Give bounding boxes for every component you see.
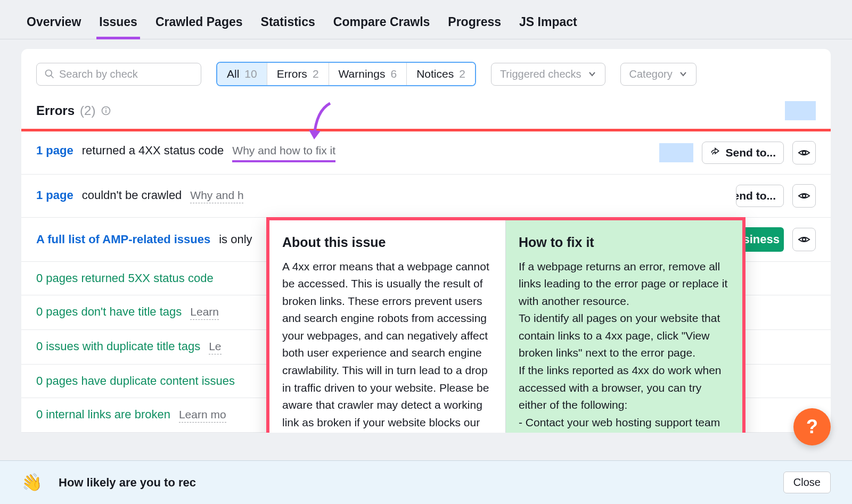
issue-text: couldn't be crawled (82, 188, 182, 202)
highlight-bar (785, 101, 816, 120)
about-column: About this issue A 4xx error means that … (269, 220, 506, 433)
issue-text: is only (219, 233, 252, 246)
issue-link[interactable]: 1 page (36, 188, 73, 202)
send-to-button[interactable]: Send to... (702, 142, 784, 164)
issue-tooltip: About this issue A 4xx error means that … (266, 217, 746, 433)
tab-progress[interactable]: Progress (443, 10, 506, 39)
section-title: Errors (36, 103, 75, 118)
main-tabs: Overview Issues Crawled Pages Statistics… (0, 0, 852, 39)
tab-js-impact[interactable]: JS Impact (514, 10, 583, 39)
fix-title: How to fix it (519, 232, 730, 253)
search-placeholder: Search by check (59, 68, 138, 80)
section-header: Errors (2) (21, 96, 831, 129)
filter-all[interactable]: All 10 (217, 63, 267, 85)
svg-line-1 (51, 76, 54, 78)
search-input[interactable]: Search by check (36, 63, 201, 86)
triggered-checks-dropdown[interactable]: Triggered checks (491, 63, 605, 86)
issue-link[interactable]: 0 pages returned 5XX status code (36, 271, 214, 285)
tab-compare-crawls[interactable]: Compare Crawls (328, 10, 436, 39)
row-highlight (659, 143, 693, 162)
issue-link[interactable]: A full list of AMP-related issues (36, 233, 210, 246)
filter-notices[interactable]: Notices 2 (407, 63, 475, 85)
tab-overview[interactable]: Overview (21, 10, 86, 39)
send-to-button[interactable]: Send to... (736, 185, 784, 207)
filter-errors[interactable]: Errors 2 (267, 63, 329, 85)
filters-row: Search by check All 10 Errors 2 Warnings… (21, 62, 831, 96)
fix-column: How to fix it If a webpage returns an er… (506, 220, 742, 433)
share-arrow-icon (710, 147, 720, 158)
why-link[interactable]: Learn mo (179, 408, 226, 423)
preview-button[interactable] (792, 141, 816, 164)
about-title: About this issue (282, 232, 493, 253)
filter-group: All 10 Errors 2 Warnings 6 Notices 2 (216, 62, 476, 86)
section-count: (2) (80, 103, 95, 118)
issue-row[interactable]: 1 page returned a 4XX status code Why an… (21, 131, 831, 175)
preview-button[interactable] (792, 228, 816, 251)
why-link[interactable]: Why and how to fix it (190, 189, 243, 203)
tab-issues[interactable]: Issues (94, 10, 143, 39)
issue-link[interactable]: 0 pages don't have title tags (36, 305, 182, 319)
eye-icon (798, 146, 810, 159)
svg-point-5 (802, 151, 806, 154)
issue-link[interactable]: 0 issues with duplicate title tags (36, 340, 200, 353)
svg-rect-4 (106, 108, 107, 109)
tab-statistics[interactable]: Statistics (256, 10, 321, 39)
svg-point-7 (802, 238, 806, 241)
about-body: A 4xx error means that a webpage cannot … (282, 258, 493, 433)
why-link[interactable]: Learn (190, 305, 219, 320)
search-icon (44, 69, 55, 79)
panel: Search by check All 10 Errors 2 Warnings… (21, 49, 831, 433)
preview-button[interactable] (792, 184, 816, 208)
issue-link[interactable]: 1 page (36, 144, 73, 158)
issue-link[interactable]: 0 internal links are broken (36, 408, 170, 422)
eye-icon (798, 233, 810, 246)
issue-row[interactable]: 1 page couldn't be crawled Why and how t… (21, 175, 831, 218)
svg-rect-3 (106, 110, 107, 113)
svg-point-0 (46, 70, 52, 77)
eye-icon (798, 189, 810, 202)
filter-warnings[interactable]: Warnings 6 (329, 63, 407, 85)
fix-body: If a webpage returns an error, remove al… (519, 258, 730, 433)
category-dropdown[interactable]: Category (620, 63, 697, 86)
why-link[interactable]: Why and how to fix it (232, 144, 335, 162)
issue-text: returned a 4XX status code (82, 144, 224, 158)
issue-link[interactable]: 0 pages have duplicate content issues (36, 374, 235, 388)
svg-point-6 (802, 194, 806, 197)
chevron-down-icon (679, 70, 687, 78)
why-link[interactable]: Le (209, 340, 221, 354)
tab-crawled-pages[interactable]: Crawled Pages (150, 10, 248, 39)
chevron-down-icon (588, 70, 596, 78)
info-icon[interactable] (101, 105, 111, 116)
